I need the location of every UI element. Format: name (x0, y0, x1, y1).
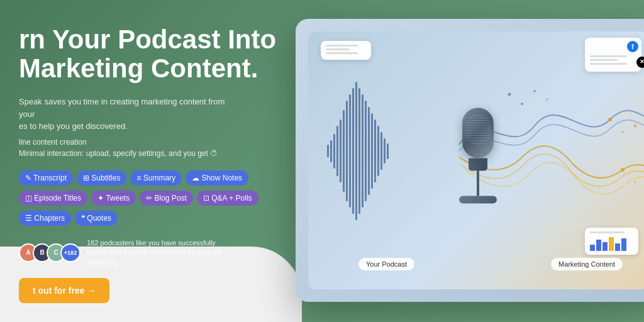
tag-qa-polls[interactable]: ⊡ Q&A + Polls (197, 191, 258, 206)
tag-subtitles[interactable]: ⊞ Subtitles (77, 170, 126, 186)
tag-summary[interactable]: ≡ Summary (130, 170, 182, 186)
bar-5 (615, 243, 620, 251)
svg-point-12 (547, 99, 548, 101)
marketing-label-text: Marketing Content (558, 260, 615, 268)
card-line (590, 59, 618, 61)
bar-3 (602, 242, 608, 251)
svg-point-5 (621, 168, 625, 172)
microphone (459, 108, 497, 203)
svg-point-1 (621, 131, 624, 133)
headline-line1: rn Your Podcast Into (19, 25, 276, 54)
mic-grill (465, 114, 491, 145)
feature-list: line content creation Minimal interactio… (19, 138, 283, 160)
tags-row-2: ◫ Episode Titles ✦ Tweets ✏ Blog Post ⊡ … (19, 191, 283, 206)
tag-episode-titles[interactable]: ◫ Episode Titles (19, 191, 87, 206)
svg-point-11 (533, 90, 536, 92)
svg-point-9 (508, 93, 511, 96)
float-card-bottomright (585, 228, 638, 255)
mic-base (459, 196, 497, 203)
label-marketing-content: Marketing Content (551, 258, 623, 270)
tag-blog-post[interactable]: ✏ Blog Post (140, 191, 193, 206)
svg-point-10 (521, 103, 523, 105)
tag-quotes[interactable]: ❝ Quotes (75, 211, 118, 226)
cta-label: t out for free → (33, 286, 96, 296)
sound-waves (327, 44, 453, 258)
main-headline: rn Your Podcast Into Marketing Content. (19, 25, 283, 83)
mic-stand (477, 170, 479, 196)
laptop-frame: f ✕ Your Podcast (296, 19, 644, 302)
svg-point-6 (634, 181, 636, 184)
card-line (590, 63, 627, 65)
card-line (590, 55, 627, 57)
bar-1 (590, 245, 595, 251)
bar-4 (609, 237, 614, 251)
svg-point-2 (634, 125, 637, 128)
tags-row-3: ☰ Chapters ❝ Quotes (19, 211, 283, 226)
float-card-topleft (321, 41, 371, 60)
facebook-icon: f (627, 41, 638, 52)
mic-lower (469, 158, 487, 170)
float-card-topright: f ✕ (585, 38, 641, 72)
left-content-panel: rn Your Podcast Into Marketing Content. … (0, 0, 302, 322)
feature-item-2: Minimal interaction: upload, specify set… (19, 149, 283, 158)
svg-point-0 (608, 118, 612, 121)
cta-button[interactable]: t out for free → (19, 278, 109, 303)
bar-chart (590, 235, 633, 251)
headline-line2: Marketing Content. (19, 53, 258, 83)
card-line (326, 45, 358, 47)
tag-chapters[interactable]: ☰ Chapters (19, 211, 71, 226)
mic-capsule (462, 108, 494, 158)
feature-item-1: line content creation (19, 138, 283, 147)
bar-6 (621, 238, 626, 251)
tag-transcript[interactable]: ✎ Transcript (19, 170, 73, 186)
label-your-podcast: Your Podcast (358, 258, 414, 270)
x-icon: ✕ (636, 57, 644, 68)
card-line (326, 52, 358, 54)
right-panel: f ✕ Your Podcast (296, 19, 644, 302)
card-line (326, 48, 350, 50)
description-text: Speak saves you time in creating marketi… (19, 96, 233, 133)
avatar-count: +182 (60, 243, 80, 262)
social-proof-text: 182 podcasters like you have successfull… (87, 238, 225, 267)
avatar-group: A B C +182 (19, 243, 80, 262)
bar-2 (596, 240, 601, 251)
tags-row-1: ✎ Transcript ⊞ Subtitles ≡ Summary ☁ Sho… (19, 170, 283, 186)
tag-tweets[interactable]: ✦ Tweets (91, 191, 136, 206)
laptop-screen: f ✕ Your Podcast (308, 31, 644, 289)
podcast-label-text: Your Podcast (366, 260, 407, 268)
tag-show-notes[interactable]: ☁ Show Notes (186, 170, 248, 186)
social-proof: A B C +182 182 podcasters like you have … (19, 238, 283, 267)
card-line (590, 231, 625, 233)
